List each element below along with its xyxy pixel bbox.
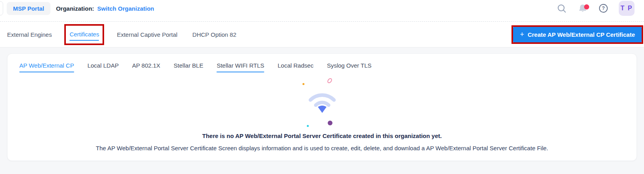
main-tab-bar: External Engines Certificates External C… <box>0 22 644 47</box>
top-header: MSP Portal Organization: Switch Organiza… <box>0 0 644 22</box>
annotation-box-certificates: Certificates <box>64 24 104 45</box>
tab-dhcp-option-82[interactable]: DHCP Option 82 <box>192 26 236 43</box>
certificates-card: AP Web/External CP Local LDAP AP 802.1X … <box>7 53 637 161</box>
tab-ap-8021x[interactable]: AP 802.1X <box>132 59 160 74</box>
user-avatar[interactable]: T P <box>619 1 635 16</box>
annotation-box-create-button: + Create AP Web/External CP Certificate <box>511 25 643 44</box>
search-icon[interactable] <box>556 3 567 13</box>
empty-state-title: There is no AP Web/External Portal Serve… <box>7 132 637 139</box>
tab-ap-web-external-cp[interactable]: AP Web/External CP <box>19 59 74 74</box>
tab-syslog-over-tls[interactable]: Syslog Over TLS <box>327 59 371 74</box>
empty-state-description: The AP Web/External Portal Server Certif… <box>7 145 637 151</box>
tab-certificates[interactable]: Certificates <box>69 26 99 42</box>
notification-badge <box>584 4 589 9</box>
svg-text:?: ? <box>602 6 605 11</box>
switch-organization-link[interactable]: Switch Organization <box>97 5 154 12</box>
empty-state-graphic <box>263 75 381 127</box>
create-button-label: Create AP Web/External CP Certificate <box>528 31 635 38</box>
sidebar-edge <box>0 1 3 15</box>
wifi-icon <box>306 88 338 115</box>
msp-portal-button[interactable]: MSP Portal <box>7 2 50 15</box>
help-icon[interactable]: ? <box>599 4 608 13</box>
plus-icon: + <box>520 32 524 37</box>
tab-external-engines[interactable]: External Engines <box>7 26 52 43</box>
decor-dot-purple <box>328 121 332 125</box>
organization-label: Organization: <box>56 5 94 12</box>
tab-external-captive-portal[interactable]: External Captive Portal <box>117 26 177 43</box>
certificate-type-tab-bar: AP Web/External CP Local LDAP AP 802.1X … <box>7 54 637 74</box>
decor-dot-cyan <box>307 125 309 127</box>
decor-dot-orange <box>302 83 304 85</box>
tab-local-ldap[interactable]: Local LDAP <box>88 59 119 74</box>
create-ap-web-external-cp-certificate-button[interactable]: + Create AP Web/External CP Certificate <box>513 27 642 42</box>
tab-local-radsec[interactable]: Local Radsec <box>278 59 314 74</box>
header-actions: ? T P <box>556 1 635 16</box>
tab-stellar-wifi-rtls[interactable]: Stellar WIFI RTLS <box>217 59 264 74</box>
tab-stellar-ble[interactable]: Stellar BLE <box>174 59 203 74</box>
notifications-bell-icon[interactable] <box>577 3 588 14</box>
decor-ring-pink <box>326 77 332 84</box>
